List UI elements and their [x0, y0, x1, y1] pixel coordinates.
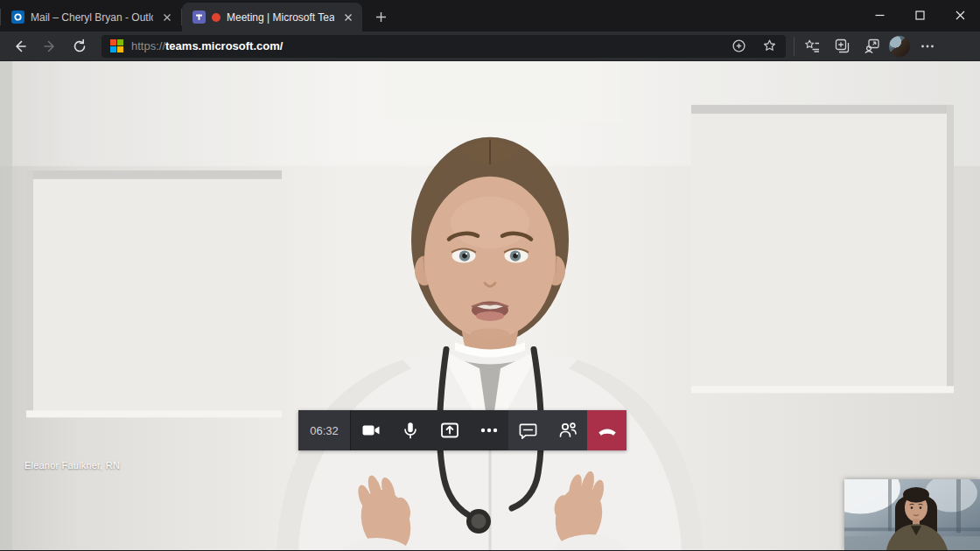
teams-icon: [192, 10, 206, 24]
profile-button[interactable]: [886, 33, 913, 59]
more-options-button[interactable]: [469, 410, 508, 450]
meeting-timer: 06:32: [298, 410, 351, 450]
chat-icon: [518, 421, 538, 441]
url-protocol: https://: [131, 39, 165, 52]
circle-plus-icon[interactable]: [727, 36, 750, 57]
favorites-bar-icon[interactable]: [797, 33, 827, 59]
self-view-frame: [844, 479, 980, 550]
feedback-icon[interactable]: [857, 33, 886, 59]
favorites-star-icon[interactable]: [758, 36, 780, 57]
minimize-button[interactable]: [859, 0, 900, 30]
tab-close-icon[interactable]: [159, 10, 174, 24]
new-tab-button[interactable]: [368, 3, 394, 30]
hang-up-icon: [596, 419, 619, 442]
maximize-button[interactable]: [900, 0, 940, 30]
remote-video-doctor: [0, 61, 980, 550]
participant-name-label: Eleanor Faulkner, RN: [24, 460, 120, 471]
forward-button[interactable]: [35, 33, 65, 59]
microphone-button[interactable]: [390, 410, 430, 450]
tab-title: Meeting | Microsoft Teams: [227, 11, 334, 24]
back-button[interactable]: [5, 33, 35, 59]
microphone-icon: [401, 421, 420, 440]
self-view-video[interactable]: [844, 479, 980, 550]
settings-menu-icon[interactable]: [913, 33, 942, 59]
tab-teams-meeting[interactable]: Meeting | Microsoft Teams: [182, 3, 362, 31]
camera-icon: [360, 420, 382, 441]
tab-outlook-mail[interactable]: Mail – Cheryl Bryan - Outlook: [1, 3, 181, 31]
meeting-stage: Eleanor Faulkner, RN 06:32: [0, 61, 980, 550]
browser-tab-strip: Mail – Cheryl Bryan - Outlook Meeting | …: [0, 0, 980, 31]
hang-up-button[interactable]: [587, 410, 626, 450]
close-window-button[interactable]: [940, 0, 980, 30]
participants-icon: [557, 420, 578, 441]
profile-avatar: [889, 36, 910, 57]
browser-navbar: https://teams.microsoft.com/: [0, 31, 980, 61]
address-bar[interactable]: https://teams.microsoft.com/: [102, 35, 786, 58]
url-host: teams.microsoft.com/: [165, 39, 283, 52]
url-text: https://teams.microsoft.com/: [131, 39, 283, 52]
toolbar-separator: [794, 37, 794, 56]
camera-button[interactable]: [351, 410, 390, 450]
microsoft-logo-icon: [110, 39, 123, 52]
meeting-control-bar: 06:32: [298, 410, 626, 450]
collections-icon[interactable]: [827, 33, 857, 59]
participants-button[interactable]: [548, 410, 587, 450]
chat-button[interactable]: [508, 410, 548, 450]
share-screen-icon: [439, 420, 460, 441]
share-screen-button[interactable]: [430, 410, 469, 450]
tab-close-icon[interactable]: [340, 10, 355, 24]
window-controls: [859, 0, 980, 30]
refresh-button[interactable]: [65, 33, 94, 59]
outlook-icon: [10, 10, 24, 24]
tab-title: Mail – Cheryl Bryan - Outlook: [31, 11, 153, 24]
more-options-icon: [479, 420, 500, 441]
recording-indicator-icon: [212, 13, 220, 22]
